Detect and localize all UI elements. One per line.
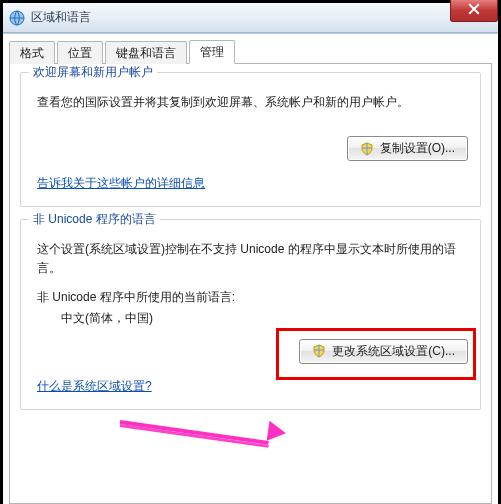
tab-location[interactable]: 位置 [57, 41, 103, 64]
window-title: 区域和语言 [31, 9, 91, 26]
tab-keyboard[interactable]: 键盘和语言 [105, 41, 187, 64]
titlebar: 区域和语言 [3, 3, 498, 33]
change-system-locale-label: 更改系统区域设置(C)... [332, 343, 455, 360]
group-non-unicode-desc: 这个设置(系统区域设置)控制在不支持 Unicode 的程序中显示文本时所使用的… [37, 240, 468, 278]
group-welcome-desc: 查看您的国际设置并将其复制到欢迎屏幕、系统帐户和新的用户帐户。 [37, 93, 468, 112]
change-system-locale-button[interactable]: 更改系统区域设置(C)... [299, 339, 468, 364]
copy-settings-button[interactable]: 复制设置(O)... [347, 136, 468, 161]
group-welcome-screen: 欢迎屏幕和新用户帐户 查看您的国际设置并将其复制到欢迎屏幕、系统帐户和新的用户帐… [20, 72, 481, 207]
group-non-unicode: 非 Unicode 程序的语言 这个设置(系统区域设置)控制在不支持 Unico… [20, 219, 481, 409]
close-button[interactable] [450, 0, 498, 22]
tab-admin[interactable]: 管理 [189, 40, 235, 64]
tab-strip: 格式 位置 键盘和语言 管理 [9, 40, 492, 64]
group-non-unicode-title: 非 Unicode 程序的语言 [29, 211, 160, 228]
globe-icon [9, 10, 25, 26]
shield-icon [312, 344, 326, 358]
tab-panel-admin: 欢迎屏幕和新用户帐户 查看您的国际设置并将其复制到欢迎屏幕、系统帐户和新的用户帐… [9, 64, 492, 504]
accounts-info-link[interactable]: 告诉我关于这些帐户的详细信息 [37, 175, 205, 192]
copy-settings-label: 复制设置(O)... [380, 140, 455, 157]
current-locale-label: 非 Unicode 程序中所使用的当前语言: [37, 289, 468, 306]
tab-format[interactable]: 格式 [9, 41, 55, 64]
what-is-locale-link[interactable]: 什么是系统区域设置? [37, 378, 152, 395]
close-icon [468, 3, 480, 18]
group-welcome-title: 欢迎屏幕和新用户帐户 [29, 64, 157, 81]
current-locale-value: 中文(简体，中国) [61, 310, 468, 327]
shield-icon [360, 142, 374, 156]
